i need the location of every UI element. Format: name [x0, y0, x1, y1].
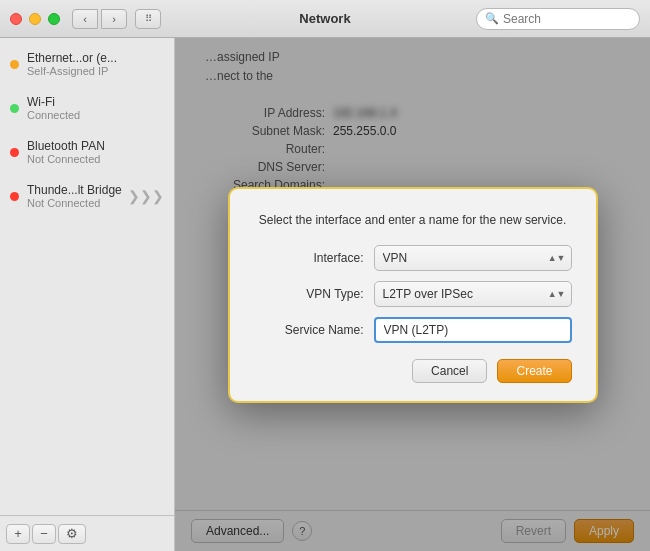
- back-button[interactable]: ‹: [72, 9, 98, 29]
- service-name-row: Service Name:: [254, 317, 572, 343]
- sidebar-toolbar: + − ⚙: [0, 515, 174, 551]
- main-area: Ethernet...or (e... Self-Assigned IP Wi-…: [0, 38, 650, 551]
- traffic-lights: [10, 13, 60, 25]
- gear-menu-button[interactable]: ⚙: [58, 524, 86, 544]
- sidebar-item-status-wifi: Connected: [27, 109, 80, 121]
- interface-label: Interface:: [254, 251, 364, 265]
- grid-button[interactable]: ⠿: [135, 9, 161, 29]
- forward-button[interactable]: ›: [101, 9, 127, 29]
- sidebar: Ethernet...or (e... Self-Assigned IP Wi-…: [0, 38, 175, 551]
- title-bar: ‹ › ⠿ Network 🔍: [0, 0, 650, 38]
- sidebar-item-status-thunderbolt: Not Connected: [27, 197, 122, 209]
- modal-title: Select the interface and enter a name fo…: [254, 213, 572, 227]
- vpn-type-label: VPN Type:: [254, 287, 364, 301]
- right-panel: …assigned IP…nect to the IP Address: 192…: [175, 38, 650, 551]
- sidebar-item-status-bluetooth: Not Connected: [27, 153, 105, 165]
- interface-row: Interface: VPN Ethernet Wi-Fi Bluetooth …: [254, 245, 572, 271]
- maximize-button[interactable]: [48, 13, 60, 25]
- service-name-label: Service Name:: [254, 323, 364, 337]
- sidebar-item-thunderbolt[interactable]: Thunde...lt Bridge Not Connected ❯❯❯: [0, 174, 174, 218]
- sidebar-item-name-bluetooth: Bluetooth PAN: [27, 139, 105, 153]
- sidebar-item-name-ethernet: Ethernet...or (e...: [27, 51, 117, 65]
- minimize-button[interactable]: [29, 13, 41, 25]
- sidebar-list: Ethernet...or (e... Self-Assigned IP Wi-…: [0, 38, 174, 515]
- status-dot-wifi: [10, 104, 19, 113]
- vpn-type-select[interactable]: L2TP over IPSec IKEv2 Cisco IPSec: [374, 281, 572, 307]
- close-button[interactable]: [10, 13, 22, 25]
- service-name-input[interactable]: [374, 317, 572, 343]
- status-dot-ethernet: [10, 60, 19, 69]
- create-button[interactable]: Create: [497, 359, 571, 383]
- sidebar-item-status-ethernet: Self-Assigned IP: [27, 65, 117, 77]
- search-box[interactable]: 🔍: [476, 8, 640, 30]
- sidebar-item-name-wifi: Wi-Fi: [27, 95, 80, 109]
- interface-select[interactable]: VPN Ethernet Wi-Fi Bluetooth PAN: [374, 245, 572, 271]
- sidebar-item-bluetooth[interactable]: Bluetooth PAN Not Connected: [0, 130, 174, 174]
- vpn-type-select-wrapper: L2TP over IPSec IKEv2 Cisco IPSec ▲▼: [374, 281, 572, 307]
- modal-overlay: Select the interface and enter a name fo…: [175, 38, 650, 551]
- sidebar-item-name-thunderbolt: Thunde...lt Bridge: [27, 183, 122, 197]
- sidebar-item-wifi[interactable]: Wi-Fi Connected: [0, 86, 174, 130]
- search-input[interactable]: [503, 12, 631, 26]
- modal-buttons: Cancel Create: [254, 359, 572, 383]
- status-dot-thunderbolt: [10, 192, 19, 201]
- remove-service-button[interactable]: −: [32, 524, 56, 544]
- sidebar-item-ethernet[interactable]: Ethernet...or (e... Self-Assigned IP: [0, 42, 174, 86]
- nav-buttons: ‹ ›: [72, 9, 127, 29]
- status-dot-bluetooth: [10, 148, 19, 157]
- interface-select-wrapper: VPN Ethernet Wi-Fi Bluetooth PAN ▲▼: [374, 245, 572, 271]
- search-icon: 🔍: [485, 12, 499, 25]
- window-title: Network: [299, 11, 350, 26]
- cancel-button[interactable]: Cancel: [412, 359, 487, 383]
- add-service-button[interactable]: +: [6, 524, 30, 544]
- thunderbolt-icon: ❯❯❯: [128, 188, 164, 204]
- modal-dialog: Select the interface and enter a name fo…: [228, 187, 598, 403]
- vpn-type-row: VPN Type: L2TP over IPSec IKEv2 Cisco IP…: [254, 281, 572, 307]
